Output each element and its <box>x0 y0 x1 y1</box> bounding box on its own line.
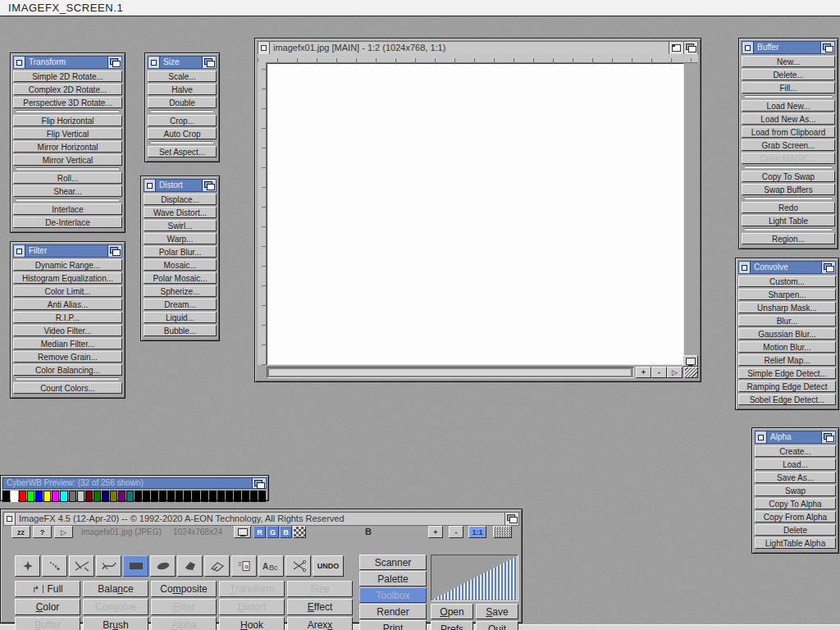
help-button[interactable]: ? <box>33 526 52 538</box>
screen-titlebar[interactable]: IMAGEFX_SCREEN.1 <box>0 0 840 16</box>
panel-button[interactable]: Save As... <box>755 472 836 483</box>
play-macro-button[interactable]: ▷ <box>54 526 73 538</box>
color-swatch[interactable] <box>234 491 241 502</box>
panel-button[interactable] <box>745 95 832 98</box>
resize-corner-icon[interactable] <box>684 367 698 378</box>
color-swatch[interactable] <box>52 491 59 502</box>
buffer-panel-titlebar[interactable]: Buffer <box>742 41 835 54</box>
panel-button[interactable]: Swirl... <box>144 220 217 231</box>
panel-button[interactable]: Gaussian Blur... <box>738 328 836 340</box>
mode-button[interactable]: Toolbox <box>359 587 427 603</box>
color-swatch[interactable] <box>11 491 18 502</box>
depth-icon[interactable] <box>202 57 216 68</box>
panel-button[interactable]: Simple 2D Rotate... <box>13 71 122 82</box>
command-button[interactable]: ↱ Balance <box>83 581 148 597</box>
color-swatch[interactable] <box>226 491 233 502</box>
color-swatch[interactable] <box>217 491 225 502</box>
toolbar-titlebar[interactable]: ImageFX 4.5 (12-Apr-20) -- © 1992-2020 A… <box>3 512 519 526</box>
panel-button[interactable]: LightTable Alpha <box>755 537 836 549</box>
panel-button[interactable]: Simple Edge Detect... <box>738 368 836 379</box>
alpha-panel-titlebar[interactable]: Alpha <box>755 431 836 444</box>
scrollbar-thumb[interactable] <box>268 368 632 377</box>
panel-button[interactable]: Blur... <box>738 315 836 326</box>
panel-button[interactable]: Grab Screen... <box>742 139 835 151</box>
panel-button[interactable]: Double <box>148 97 217 108</box>
close-icon[interactable] <box>14 245 25 257</box>
color-swatch[interactable] <box>2 491 10 502</box>
depth-icon[interactable] <box>107 245 121 257</box>
depth-icon[interactable] <box>683 42 697 54</box>
panel-button[interactable]: Median Filter... <box>13 338 122 349</box>
close-icon[interactable] <box>739 262 751 273</box>
close-icon[interactable] <box>258 42 270 54</box>
color-swatch[interactable] <box>85 491 93 502</box>
panel-button[interactable] <box>16 167 119 170</box>
panel-button[interactable]: Region... <box>742 233 835 244</box>
color-swatch[interactable] <box>250 491 258 502</box>
action-button[interactable]: Quit <box>476 621 518 630</box>
panel-button[interactable]: Mirror Vertical <box>13 154 122 166</box>
color-swatch[interactable] <box>43 491 51 502</box>
color-swatch[interactable] <box>118 491 126 502</box>
zoom-ratio-button[interactable]: 1:1 <box>468 526 486 538</box>
panel-button[interactable]: Create... <box>755 445 836 457</box>
panel-button[interactable] <box>745 197 832 199</box>
panel-button[interactable]: Swap <box>755 485 836 496</box>
panel-button[interactable]: Unsharp Mask... <box>738 302 836 313</box>
panel-button[interactable]: Relief Map... <box>738 354 836 366</box>
panel-button[interactable]: Redo <box>742 202 835 213</box>
blue-channel-button[interactable]: B <box>280 526 292 538</box>
panel-button[interactable]: Sharpen... <box>738 289 836 300</box>
panel-button[interactable]: Flip Horizontal <box>13 115 122 126</box>
command-button[interactable]: ↱ Filter <box>151 599 217 615</box>
panel-button[interactable]: Load from Clipboard <box>742 126 835 138</box>
panel-button[interactable]: Copy To Alpha <box>755 498 836 509</box>
panel-button[interactable]: Wave Distort... <box>144 207 217 218</box>
color-swatch[interactable] <box>19 491 26 502</box>
move-tool-icon[interactable] <box>15 555 40 577</box>
command-button[interactable]: ↱ Composite <box>151 581 217 597</box>
panel-button[interactable]: Fill... <box>742 82 835 94</box>
color-swatch[interactable] <box>209 491 217 502</box>
depth-icon[interactable] <box>820 42 834 53</box>
airbrush-tool-icon[interactable] <box>42 555 67 577</box>
panel-button[interactable]: Dynamic Range... <box>13 259 122 271</box>
depth-icon[interactable] <box>821 431 835 443</box>
panel-button[interactable]: Crop... <box>148 115 217 126</box>
close-icon[interactable] <box>144 180 156 191</box>
command-button[interactable]: ↱ Arexx <box>287 617 353 630</box>
color-swatch[interactable] <box>184 491 191 502</box>
close-icon[interactable] <box>148 57 160 68</box>
convolve-panel-titlebar[interactable]: Convolve <box>738 261 836 274</box>
zoom-gadget-icon[interactable] <box>669 42 683 54</box>
pattern-button-icon[interactable] <box>493 526 512 538</box>
mode-button[interactable]: Scanner <box>359 555 427 570</box>
color-swatch[interactable] <box>69 491 76 502</box>
panel-button[interactable]: Custom... <box>738 276 836 287</box>
panel-button[interactable] <box>16 199 119 201</box>
panel-button[interactable]: Flip Vertical <box>13 128 122 139</box>
dither-toggle-icon[interactable] <box>293 526 306 538</box>
sleep-button[interactable]: zz <box>11 526 30 538</box>
panel-button[interactable]: Spherize... <box>144 285 217 297</box>
close-icon[interactable] <box>756 431 767 443</box>
color-swatch[interactable] <box>126 491 134 502</box>
size-panel-titlebar[interactable]: Size <box>148 56 217 69</box>
panel-button[interactable]: Complex 2D Rotate... <box>13 84 122 95</box>
action-button[interactable]: Save <box>476 604 518 619</box>
clone-brush-tool-icon[interactable]: a <box>231 555 257 577</box>
panel-button[interactable]: Set Aspect... <box>148 146 217 158</box>
command-button[interactable]: ↱ Transform <box>219 581 285 597</box>
close-icon[interactable] <box>742 42 754 53</box>
panel-button[interactable]: Bubble... <box>144 325 217 336</box>
panel-button[interactable]: Load... <box>755 459 836 470</box>
panel-button[interactable]: Color Balancing... <box>13 364 122 376</box>
panel-button[interactable]: Histogram Equalization... <box>13 272 122 284</box>
play-button[interactable]: ▷ <box>667 367 682 378</box>
mode-button[interactable]: Print <box>359 620 427 630</box>
command-button[interactable]: ↱ Size <box>287 581 353 597</box>
distort-panel-titlebar[interactable]: Distort <box>144 179 217 192</box>
mode-button[interactable]: Render <box>359 604 427 619</box>
color-swatch[interactable] <box>242 491 249 502</box>
color-swatch[interactable] <box>77 491 84 502</box>
